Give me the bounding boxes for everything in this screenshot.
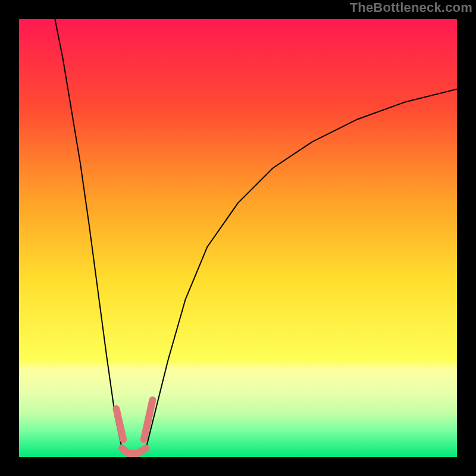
series-left-descent [55, 19, 122, 448]
series-optimal-right-tick [144, 400, 153, 439]
series-optimal-left-tick [116, 409, 123, 440]
chart-curves [19, 19, 457, 457]
series-optimal-flat [122, 448, 146, 453]
plot-area [19, 19, 457, 457]
chart-frame: TheBottleneck.com [0, 0, 476, 476]
watermark-text: TheBottleneck.com [350, 0, 472, 15]
series-right-ascent [146, 89, 457, 449]
